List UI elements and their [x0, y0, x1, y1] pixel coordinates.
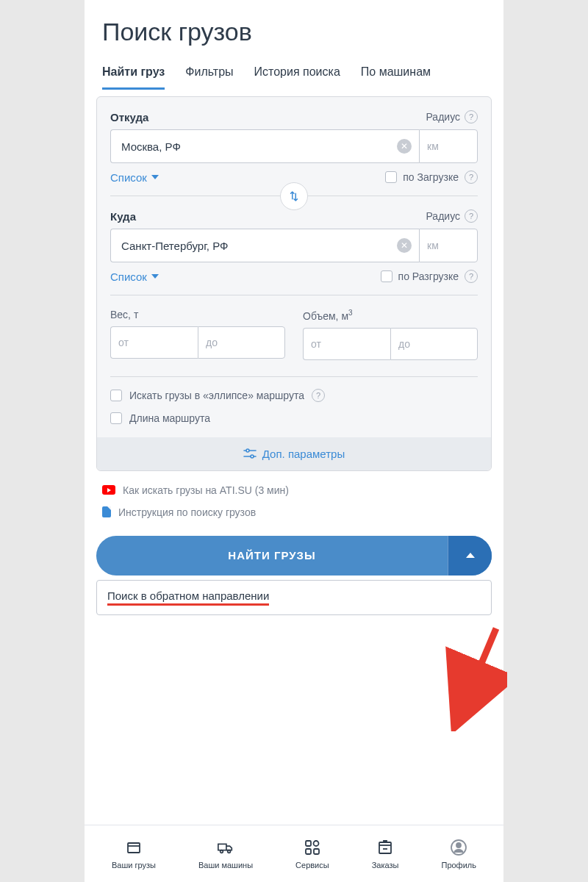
svg-point-10 [313, 841, 318, 846]
caret-up-icon [466, 553, 475, 558]
nav-services[interactable]: Сервисы [295, 839, 329, 870]
chevron-down-icon [151, 175, 159, 179]
svg-rect-4 [128, 843, 140, 853]
weight-from-input[interactable] [110, 326, 198, 359]
to-unload-checkbox[interactable] [381, 270, 392, 282]
to-radius-input[interactable] [419, 229, 478, 262]
route-length-label: Длина маршрута [129, 412, 210, 424]
swap-button[interactable] [280, 182, 308, 210]
tab-by-trucks[interactable]: По машинам [361, 65, 431, 90]
truck-icon [217, 839, 234, 856]
profile-icon [450, 839, 467, 856]
extra-options: Искать грузы в «эллипсе» маршрута ? Длин… [97, 377, 491, 437]
from-city-input[interactable] [110, 129, 419, 163]
box-icon [125, 839, 143, 856]
svg-rect-13 [379, 842, 391, 853]
ellipse-checkbox[interactable] [110, 390, 122, 401]
from-load-label: по Загрузке [403, 171, 459, 183]
swap-icon [287, 190, 301, 203]
volume-label: Объем, м3 [303, 309, 478, 322]
grid-icon [304, 839, 321, 856]
search-button-label[interactable]: НАЙТИ ГРУЗЫ [96, 536, 448, 576]
tab-history[interactable]: История поиска [254, 65, 340, 90]
nav-orders[interactable]: Заказы [372, 839, 399, 870]
to-list-link[interactable]: Список [110, 270, 159, 283]
svg-point-17 [456, 843, 461, 847]
route-length-checkbox[interactable] [110, 412, 122, 424]
video-help-link[interactable]: Как искать грузы на ATI.SU (3 мин) [102, 484, 486, 496]
search-button-row: НАЙТИ ГРУЗЫ [85, 524, 503, 576]
section-divider [110, 196, 478, 196]
svg-rect-9 [306, 841, 311, 846]
from-label: Откуда [110, 111, 148, 123]
doc-help-link[interactable]: Инструкция по поиску грузов [102, 506, 486, 518]
svg-point-3 [251, 455, 254, 458]
svg-rect-6 [218, 844, 226, 850]
from-load-checkbox[interactable] [385, 171, 397, 183]
reverse-search-option[interactable]: Поиск в обратном направлении [107, 589, 269, 606]
tabs-bar: Найти груз Фильтры История поиска По маш… [85, 52, 503, 90]
document-icon [102, 506, 111, 517]
svg-point-7 [220, 850, 223, 853]
help-icon[interactable]: ? [465, 171, 478, 184]
sliders-icon [243, 448, 257, 459]
to-city-input[interactable] [110, 229, 419, 262]
chevron-down-icon [151, 274, 159, 279]
from-list-link[interactable]: Список [110, 171, 159, 184]
help-icon[interactable]: ? [465, 209, 478, 223]
bottom-nav: Ваши грузы Ваши машины Сервисы Заказы Пр… [85, 825, 503, 882]
search-form: Откуда Радиус ? ✕ Список [96, 96, 492, 471]
from-radius-input[interactable] [419, 129, 478, 163]
weight-volume-row: Вес, т Объем, м3 [97, 295, 491, 376]
from-section: Откуда Радиус ? ✕ Список [97, 97, 491, 196]
page-title: Поиск грузов [85, 0, 503, 52]
weight-to-input[interactable] [198, 326, 285, 359]
search-dropdown-menu: Поиск в обратном направлении [96, 580, 492, 615]
nav-profile[interactable]: Профиль [441, 839, 476, 870]
to-unload-label: по Разгрузке [398, 270, 459, 282]
clear-to-icon[interactable]: ✕ [397, 238, 412, 253]
svg-point-8 [228, 850, 231, 853]
more-params-button[interactable]: Доп. параметры [97, 437, 491, 470]
orders-icon [376, 839, 394, 856]
from-radius-label: Радиус ? [426, 110, 478, 123]
nav-your-trucks[interactable]: Ваши машины [198, 839, 253, 870]
to-radius-label: Радиус ? [426, 209, 478, 223]
to-section: Куда Радиус ? ✕ Список [97, 196, 491, 295]
ellipse-label: Искать грузы в «эллипсе» маршрута [129, 390, 304, 401]
clear-from-icon[interactable]: ✕ [397, 139, 412, 154]
nav-your-cargo[interactable]: Ваши грузы [112, 839, 156, 870]
volume-to-input[interactable] [390, 328, 478, 360]
help-icon[interactable]: ? [312, 389, 325, 402]
tab-find-cargo[interactable]: Найти груз [102, 65, 165, 90]
volume-from-input[interactable] [303, 328, 390, 360]
help-icon[interactable]: ? [465, 110, 478, 123]
svg-rect-12 [314, 849, 319, 854]
youtube-icon [102, 485, 115, 495]
to-label: Куда [110, 210, 136, 223]
search-button[interactable]: НАЙТИ ГРУЗЫ [96, 536, 492, 576]
tab-filters[interactable]: Фильтры [185, 65, 233, 90]
svg-point-1 [246, 449, 249, 452]
app-container: Поиск грузов Найти груз Фильтры История … [85, 0, 503, 882]
weight-label: Вес, т [110, 309, 285, 320]
help-links: Как искать грузы на ATI.SU (3 мин) Инстр… [85, 471, 503, 524]
svg-rect-11 [306, 849, 311, 854]
search-dropdown-toggle[interactable] [448, 536, 492, 576]
help-icon[interactable]: ? [465, 270, 478, 283]
